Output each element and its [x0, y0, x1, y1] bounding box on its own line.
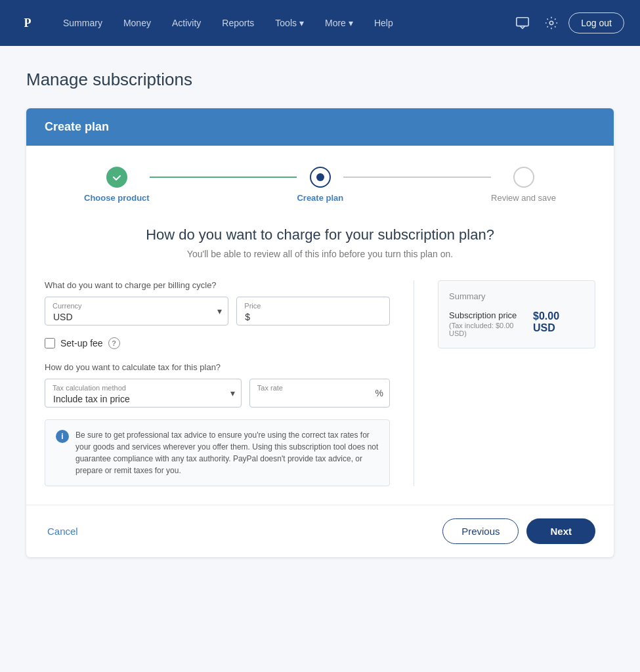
tax-section-label: How do you want to calculate tax for thi… [45, 362, 390, 372]
nav-activity[interactable]: Activity [164, 12, 209, 33]
section-subtitle: You'll be able to review all of this inf… [45, 249, 595, 259]
summary-price-row: Subscription price (Tax included: $0.00 … [449, 310, 584, 337]
summary-box: Summary Subscription price (Tax included… [438, 280, 595, 348]
nav-money[interactable]: Money [116, 12, 159, 33]
page-title: Manage subscriptions [26, 70, 614, 90]
svg-text:P: P [24, 16, 32, 30]
step-label-choose-product: Choose product [84, 193, 150, 203]
nav-summary[interactable]: Summary [55, 12, 110, 33]
step-label-create-plan: Create plan [297, 193, 343, 203]
tax-method-select[interactable]: Include tax in price Exclude tax from pr… [45, 379, 242, 408]
form-column: What do you want to charge per billing c… [45, 280, 390, 486]
price-input-wrapper: Price [236, 297, 390, 326]
setup-fee-checkbox[interactable] [45, 338, 55, 348]
currency-select[interactable]: USD EUR GBP [45, 297, 228, 326]
step-choose-product: Choose product [84, 167, 150, 203]
page-content: Manage subscriptions Create plan Choose … [0, 46, 640, 583]
step-circle-inactive [513, 167, 534, 188]
nav-icons: Log out [511, 11, 624, 35]
cancel-button[interactable]: Cancel [45, 520, 81, 542]
summary-box-title: Summary [449, 291, 584, 301]
nav-help[interactable]: Help [366, 12, 401, 33]
chevron-down-icon: ▾ [349, 18, 353, 28]
step-circle-active [310, 167, 331, 188]
navbar: P Summary Money Activity Reports Tools ▾… [0, 0, 640, 46]
stepper: Choose product Create plan Review and sa… [45, 167, 595, 203]
step-create-plan: Create plan [297, 167, 343, 203]
footer-actions: Previous Next [442, 518, 595, 544]
currency-price-row: Currency USD EUR GBP ▾ Price [45, 297, 390, 326]
message-icon-button[interactable] [511, 11, 534, 35]
svg-point-3 [550, 21, 554, 25]
chevron-down-icon: ▾ [299, 18, 304, 28]
info-icon: i [56, 430, 69, 443]
price-input[interactable] [236, 297, 390, 326]
summary-column: Summary Subscription price (Tax included… [438, 280, 595, 486]
card-body: Choose product Create plan Review and sa… [26, 146, 614, 505]
settings-icon-button[interactable] [540, 11, 563, 35]
card-header: Create plan [26, 108, 614, 146]
step-review-save: Review and save [491, 167, 556, 203]
tax-rate-input[interactable] [249, 379, 390, 408]
step-connector-2 [343, 177, 491, 178]
create-plan-card: Create plan Choose product [26, 108, 614, 557]
previous-button[interactable]: Previous [442, 518, 519, 544]
setup-fee-label[interactable]: Set-up fee [60, 338, 103, 348]
step-connector-1 [150, 177, 297, 178]
logout-button[interactable]: Log out [568, 12, 624, 33]
tax-row: Tax calculation method Include tax in pr… [45, 379, 390, 408]
next-button[interactable]: Next [526, 518, 595, 544]
setup-fee-help-icon[interactable]: ? [108, 337, 120, 349]
nav-tools[interactable]: Tools ▾ [267, 12, 312, 33]
svg-rect-2 [517, 18, 528, 26]
summary-price-value: $0.00 USD [533, 310, 584, 334]
nav-more[interactable]: More ▾ [317, 12, 361, 33]
summary-price-label: Subscription price (Tax included: $0.00 … [449, 310, 533, 337]
section-title: How do you want to charge for your subsc… [45, 226, 595, 243]
setup-fee-row: Set-up fee ? [45, 337, 390, 349]
tax-info-box: i Be sure to get professional tax advice… [45, 419, 390, 486]
step-label-review-save: Review and save [491, 193, 556, 203]
tax-rate-wrapper: Tax rate % [249, 379, 390, 408]
card-header-title: Create plan [45, 120, 109, 133]
tax-method-select-wrapper: Tax calculation method Include tax in pr… [45, 379, 242, 408]
vertical-divider [414, 280, 414, 486]
card-footer: Cancel Previous Next [26, 505, 614, 557]
content-columns: What do you want to charge per billing c… [45, 280, 595, 486]
tax-info-text: Be sure to get professional tax advice t… [75, 429, 379, 476]
currency-select-wrapper: Currency USD EUR GBP ▾ [45, 297, 228, 326]
paypal-logo: P [16, 11, 39, 35]
step-circle-completed [106, 167, 127, 188]
billing-label: What do you want to charge per billing c… [45, 280, 390, 290]
nav-reports[interactable]: Reports [214, 12, 262, 33]
